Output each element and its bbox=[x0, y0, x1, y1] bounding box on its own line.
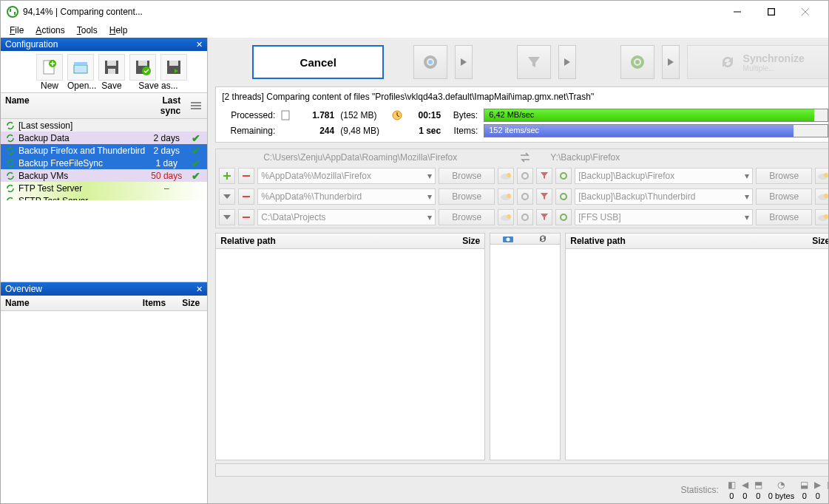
sync-settings-button[interactable] bbox=[620, 45, 654, 79]
svg-point-28 bbox=[507, 173, 511, 177]
right-col-relpath[interactable]: Relative path bbox=[566, 234, 790, 248]
pair-filter-icon[interactable] bbox=[536, 188, 552, 205]
open-button[interactable] bbox=[67, 54, 94, 81]
config-toolbar bbox=[1, 51, 207, 81]
config-row[interactable]: FTP Test Server – bbox=[1, 182, 207, 194]
horizontal-scrollbar[interactable] bbox=[215, 463, 829, 477]
pair-sync-icon[interactable] bbox=[555, 188, 572, 205]
svg-rect-16 bbox=[169, 61, 178, 66]
folder-pair-row: %AppData%\Thunderbird▾ Browse [Backup]\B… bbox=[216, 186, 829, 207]
swap-icon[interactable] bbox=[504, 149, 546, 166]
pair-compare-icon[interactable] bbox=[517, 209, 533, 225]
col-name[interactable]: Name bbox=[1, 93, 139, 118]
config-row[interactable]: Backup FreeFileSync 1 day ✔ bbox=[1, 157, 207, 169]
browse-left-button[interactable]: Browse bbox=[439, 188, 495, 205]
filter-button[interactable] bbox=[517, 45, 551, 79]
svg-point-43 bbox=[522, 214, 528, 220]
left-col-size[interactable]: Size bbox=[440, 234, 484, 248]
add-pair-button[interactable] bbox=[219, 168, 235, 184]
ov-col-name[interactable]: Name bbox=[1, 296, 126, 310]
sync-icon bbox=[4, 146, 17, 155]
pair-filter-icon[interactable] bbox=[536, 209, 552, 225]
save-button[interactable] bbox=[98, 54, 125, 81]
left-path-input[interactable]: C:\Data\Projects▾ bbox=[257, 209, 436, 225]
app-icon bbox=[7, 6, 18, 18]
new-button[interactable] bbox=[36, 54, 63, 81]
right-col-size[interactable]: Size bbox=[790, 234, 829, 248]
camera-icon[interactable] bbox=[490, 234, 525, 244]
config-row[interactable]: Backup Data 2 days ✔ bbox=[1, 132, 207, 144]
compare-settings-button[interactable] bbox=[413, 45, 447, 79]
remove-pair-button[interactable] bbox=[238, 188, 254, 205]
browse-right-button[interactable]: Browse bbox=[756, 209, 812, 225]
browse-right-button[interactable]: Browse bbox=[756, 168, 812, 184]
pair-compare-icon[interactable] bbox=[517, 188, 533, 205]
refresh-icon[interactable] bbox=[525, 234, 560, 244]
compare-dropdown[interactable] bbox=[455, 45, 473, 79]
items-rate: 152 items/sec bbox=[489, 126, 539, 134]
synchronize-button[interactable]: Synchronize Multiple... bbox=[687, 45, 829, 79]
cloud-left-icon[interactable] bbox=[498, 168, 514, 184]
minimize-button[interactable] bbox=[720, 1, 754, 23]
saveas-batch-button[interactable] bbox=[129, 54, 156, 81]
cancel-button[interactable]: Cancel bbox=[252, 45, 384, 79]
folder-pair-row: C:\Data\Projects▾ Browse [FFS USB]▾ Brow… bbox=[216, 207, 829, 228]
cloud-right-icon[interactable] bbox=[815, 209, 829, 225]
cloud-right-icon[interactable] bbox=[815, 188, 829, 205]
right-path-input[interactable]: [FFS USB]▾ bbox=[575, 209, 753, 225]
stat-cell: ⬓0 bbox=[800, 480, 808, 500]
config-row[interactable]: SFTP Test Server – bbox=[1, 194, 207, 200]
svg-rect-19 bbox=[191, 108, 201, 109]
right-path-input[interactable]: [Backup]\Backup\Thunderbird▾ bbox=[575, 188, 753, 205]
close-overview-icon[interactable]: ✕ bbox=[196, 285, 203, 294]
saveas-label: Save as... bbox=[129, 81, 187, 91]
pair-dropdown[interactable] bbox=[219, 209, 235, 225]
left-col-relpath[interactable]: Relative path bbox=[216, 234, 440, 248]
col-lastsync[interactable]: Last sync bbox=[139, 93, 185, 118]
config-row[interactable]: Backup VMs 50 days ✔ bbox=[1, 169, 207, 182]
stat-value: 0 bbox=[742, 491, 747, 500]
close-button[interactable] bbox=[788, 1, 822, 23]
saveas-button[interactable] bbox=[160, 54, 187, 81]
cloud-left-icon[interactable] bbox=[498, 209, 514, 225]
pair-compare-icon[interactable] bbox=[517, 168, 533, 184]
left-path-input[interactable]: %AppData%\Mozilla\Firefox▾ bbox=[257, 168, 436, 184]
pair-sync-icon[interactable] bbox=[555, 168, 572, 184]
right-grid: Relative pathSize bbox=[565, 233, 829, 460]
main-toolbar: Cancel Synchronize Multiple... bbox=[208, 38, 829, 86]
filter-dropdown[interactable] bbox=[558, 45, 576, 79]
ov-col-size[interactable]: Size bbox=[170, 296, 207, 310]
svg-rect-18 bbox=[191, 105, 201, 106]
cloud-right-icon[interactable] bbox=[815, 168, 829, 184]
left-path-input[interactable]: %AppData%\Thunderbird▾ bbox=[257, 188, 436, 205]
menu-file[interactable]: File bbox=[5, 24, 28, 37]
stat-value: 0 bbox=[756, 491, 760, 500]
browse-left-button[interactable]: Browse bbox=[439, 209, 495, 225]
pair-sync-icon[interactable] bbox=[555, 209, 572, 225]
maximize-button[interactable] bbox=[754, 1, 788, 23]
config-row[interactable]: Backup Firefox and Thunderbird 2 days ✔ bbox=[1, 144, 207, 157]
menu-actions[interactable]: Actions bbox=[31, 24, 69, 37]
remove-pair-button[interactable] bbox=[238, 209, 254, 225]
browse-left-button[interactable]: Browse bbox=[439, 168, 495, 184]
pair-filter-icon[interactable] bbox=[536, 168, 552, 184]
middle-grid-body[interactable] bbox=[490, 245, 560, 460]
config-lastsync: 50 days bbox=[145, 171, 188, 181]
right-path-input[interactable]: [Backup]\Backup\Firefox▾ bbox=[575, 168, 753, 184]
folder-pair-row: %AppData%\Mozilla\Firefox▾ Browse [Backu… bbox=[216, 166, 829, 186]
ov-col-items[interactable]: Items bbox=[126, 296, 170, 310]
close-panel-icon[interactable]: ✕ bbox=[196, 40, 203, 50]
sync-icon bbox=[4, 121, 17, 130]
col-options-icon[interactable] bbox=[185, 93, 207, 118]
config-row[interactable]: [Last session] bbox=[1, 119, 207, 132]
left-grid-body[interactable] bbox=[216, 249, 484, 460]
browse-right-button[interactable]: Browse bbox=[756, 188, 812, 205]
cloud-left-icon[interactable] bbox=[498, 188, 514, 205]
sync-settings-dropdown[interactable] bbox=[662, 45, 680, 79]
remove-pair-button[interactable] bbox=[238, 168, 254, 184]
config-list[interactable]: [Last session] Backup Data 2 days ✔ Back… bbox=[1, 119, 207, 200]
menu-tools[interactable]: Tools bbox=[72, 24, 102, 37]
menu-help[interactable]: Help bbox=[105, 24, 132, 37]
right-grid-body[interactable] bbox=[566, 249, 829, 460]
pair-dropdown[interactable] bbox=[219, 188, 235, 205]
